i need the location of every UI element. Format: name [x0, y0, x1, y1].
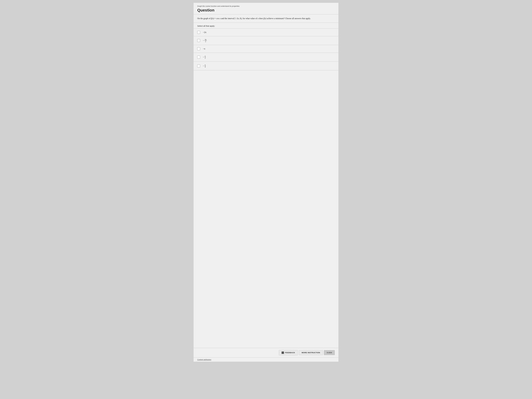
denominator-4: 4: [204, 66, 206, 68]
question-title: Question: [194, 8, 338, 14]
feedback-button[interactable]: FEEDBACK: [279, 350, 298, 355]
question-text-part3: does: [259, 17, 264, 19]
answer-option-5[interactable]: − π 4: [194, 62, 338, 70]
question-body: On the graph of f(x) = cos x and the int…: [194, 14, 338, 23]
option-text-3: −π: [203, 48, 205, 50]
fraction-3pi-2: 3π 2: [204, 39, 207, 43]
answer-option-2[interactable]: − 3π 2: [194, 36, 338, 45]
answer-option-3[interactable]: −π: [194, 45, 338, 53]
question-fx: f(x): [211, 17, 214, 19]
denominator-2b: 2: [204, 57, 206, 59]
footer-bar: FEEDBACK MORE INSTRUCTION SUBM: [194, 348, 338, 357]
option-text-1: −2π: [203, 31, 206, 34]
option-label-4: − π 2: [203, 55, 206, 59]
option-text-2: − 3π 2: [203, 39, 207, 43]
numerator-3pi: 3π: [204, 39, 207, 41]
question-text-part2: and the interval [−2π, 0), for what valu…: [221, 17, 258, 19]
checkbox-3[interactable]: [197, 47, 200, 50]
option-label-1: −2π: [203, 31, 206, 34]
numerator-pi: π: [204, 55, 206, 57]
option-text-5: − π 4: [203, 64, 206, 68]
answer-options: −2π − 3π 2 −π: [194, 29, 338, 348]
option-label-3: −π: [203, 48, 205, 50]
fraction-pi-2: π 2: [204, 55, 206, 59]
topic-label: Graph the cosine function and understand…: [194, 3, 338, 8]
fraction-pi-4: π 4: [204, 64, 206, 68]
checkbox-2[interactable]: [197, 39, 200, 42]
answer-option-1[interactable]: −2π: [194, 29, 338, 36]
denominator-2a: 2: [205, 41, 206, 43]
option-label-2: − 3π 2: [203, 39, 207, 43]
feedback-icon: [282, 352, 284, 354]
question-text-part1: On the graph of: [197, 17, 211, 19]
numerator-pi2: π: [204, 64, 206, 66]
checkbox-4[interactable]: [197, 56, 200, 59]
question-x2: x: [258, 17, 259, 19]
select-label: Select all that apply:: [194, 23, 338, 29]
question-fx2: f(x): [264, 17, 266, 19]
feedback-label: FEEDBACK: [285, 352, 295, 354]
page-container: Graph the cosine function and understand…: [193, 3, 339, 362]
content-attribution[interactable]: Content attribution: [194, 357, 338, 362]
checkbox-1[interactable]: [197, 31, 200, 34]
option-text-4: − π 2: [203, 55, 206, 59]
submit-button[interactable]: SUBM: [324, 350, 335, 355]
option-label-5: − π 4: [203, 64, 206, 68]
checkbox-5[interactable]: [197, 64, 200, 67]
question-equals: = cos: [214, 17, 220, 19]
answer-option-4[interactable]: − π 2: [194, 53, 338, 62]
more-instruction-button[interactable]: MORE INSTRUCTION: [299, 350, 323, 355]
question-text-part4: achieve a minimum? Choose all answers th…: [266, 17, 310, 19]
question-x: x: [220, 17, 221, 19]
